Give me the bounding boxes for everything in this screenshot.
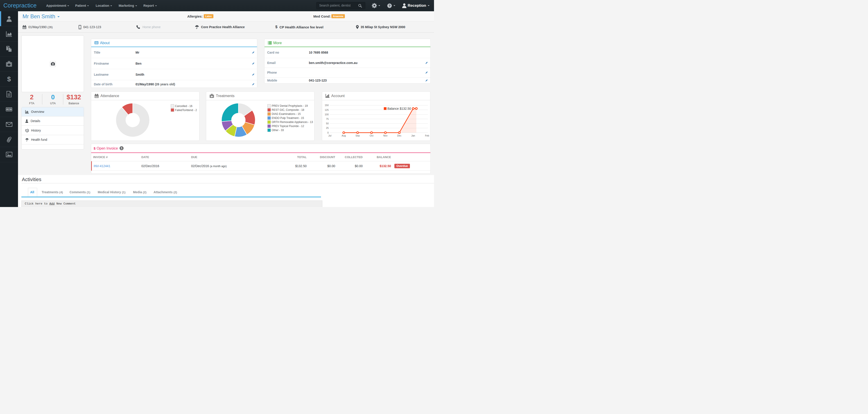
svg-text:REST GIC, Composite - 18: REST GIC, Composite - 18 — [272, 108, 304, 112]
svg-text:FailedToAttend - 2: FailedToAttend - 2 — [175, 109, 197, 112]
svg-text:1: 1 — [8, 108, 10, 111]
svg-text:Aug: Aug — [341, 134, 346, 137]
svg-text:PREV Dental Prophylaxis - 19: PREV Dental Prophylaxis - 19 — [272, 104, 308, 108]
svg-text:Other - 33: Other - 33 — [272, 128, 284, 132]
svg-text:?: ? — [389, 4, 391, 7]
svg-text:ORTH Removable Appliances - 13: ORTH Removable Appliances - 13 — [272, 120, 313, 124]
svg-text:ENDO Pulp Treatment - 15: ENDO Pulp Treatment - 15 — [272, 116, 304, 120]
svg-text:75: 75 — [326, 118, 329, 120]
svg-text:Feb: Feb — [425, 134, 429, 137]
svg-text:Jan: Jan — [411, 134, 415, 137]
svg-text:150: 150 — [324, 104, 329, 107]
svg-text:PREV Topical Fluoride - 12: PREV Topical Fluoride - 12 — [272, 124, 304, 128]
svg-text:Dec: Dec — [397, 134, 401, 137]
svg-text:Balance $132.50: Balance $132.50 — [388, 107, 411, 110]
svg-text:Cancelled - 16: Cancelled - 16 — [175, 105, 192, 108]
svg-text:50: 50 — [326, 122, 329, 125]
svg-text:25: 25 — [326, 126, 329, 129]
svg-text:Jul: Jul — [328, 134, 331, 137]
svg-text:Oct: Oct — [370, 134, 373, 137]
svg-text:Nov: Nov — [383, 134, 388, 137]
svg-text:DIAG Examinations - 15: DIAG Examinations - 15 — [272, 112, 301, 116]
svg-text:Sep: Sep — [355, 134, 360, 137]
svg-text:100: 100 — [324, 113, 329, 116]
svg-text:125: 125 — [324, 109, 329, 111]
svg-text:0: 0 — [327, 131, 329, 134]
